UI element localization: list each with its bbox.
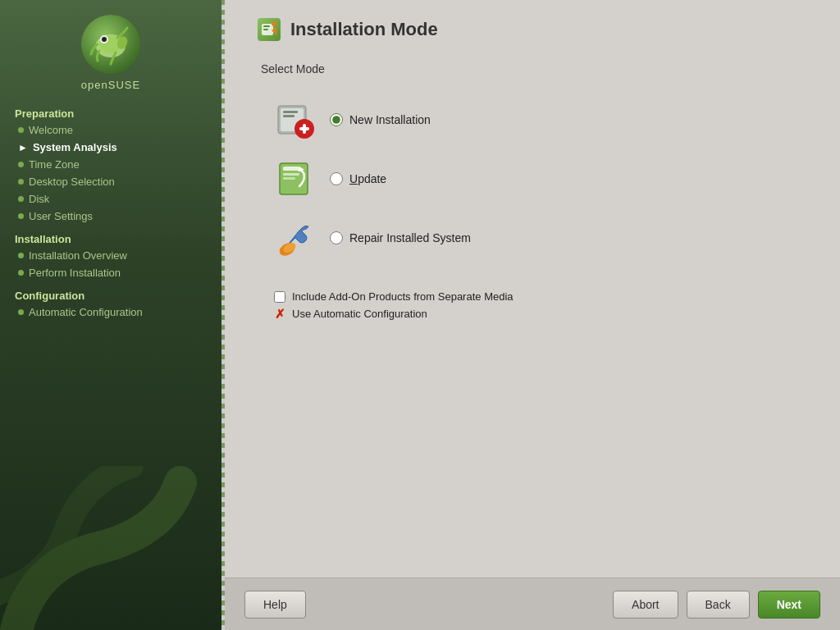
sidebar-item-label: User Settings bbox=[29, 210, 93, 222]
autoconfig-label[interactable]: Use Automatic Configuration bbox=[292, 308, 427, 320]
mode-option-update: Update bbox=[274, 149, 807, 208]
sidebar-item-user-settings[interactable]: User Settings bbox=[0, 208, 221, 225]
bottom-toolbar: Help Abort Back Next bbox=[225, 578, 840, 630]
page-icon-svg bbox=[260, 21, 278, 39]
page-title: Installation Mode bbox=[290, 19, 438, 40]
brand-label: openSUSE bbox=[81, 79, 140, 91]
sidebar-item-welcome[interactable]: Welcome bbox=[0, 121, 221, 139]
autoconfig-x-mark: ✗ bbox=[274, 308, 285, 320]
repair-icon bbox=[274, 217, 317, 259]
svg-rect-6 bbox=[263, 25, 270, 27]
svg-point-9 bbox=[272, 21, 276, 26]
back-button[interactable]: Back bbox=[687, 591, 750, 619]
sidebar-item-label: Automatic Configuration bbox=[29, 306, 143, 318]
select-mode-label: Select Mode bbox=[261, 62, 807, 75]
decorative-curl bbox=[0, 466, 221, 630]
repair-label[interactable]: Repair Installed System bbox=[330, 231, 471, 244]
update-icon-box bbox=[274, 158, 317, 200]
autoconfig-bullet bbox=[18, 309, 24, 315]
usersettings-bullet bbox=[18, 213, 24, 219]
svg-rect-20 bbox=[283, 177, 295, 180]
svg-rect-18 bbox=[283, 167, 299, 171]
sidebar-section-preparation: Preparation bbox=[0, 99, 221, 121]
sidebar-item-desktop[interactable]: Desktop Selection bbox=[0, 173, 221, 190]
sidebar-item-label: Desktop Selection bbox=[29, 176, 115, 188]
update-radio[interactable] bbox=[330, 172, 343, 185]
sidebar-item-label: System Analysis bbox=[33, 141, 117, 153]
sidebar-section-configuration: Configuration bbox=[0, 281, 221, 304]
sidebar-item-system-analysis[interactable]: ► System Analysis bbox=[0, 139, 221, 156]
disk-bullet bbox=[18, 196, 24, 202]
sidebar-item-label: Installation Overview bbox=[29, 249, 127, 262]
addon-checkbox-row: Include Add-On Products from Separate Me… bbox=[274, 290, 807, 303]
logo-icon bbox=[81, 15, 140, 74]
update-label[interactable]: Update bbox=[330, 172, 386, 185]
repair-radio[interactable] bbox=[330, 231, 343, 244]
svg-rect-13 bbox=[283, 115, 294, 117]
new-install-icon-box bbox=[274, 98, 317, 141]
addon-checkbox[interactable] bbox=[274, 291, 285, 303]
new-install-label[interactable]: New Installation bbox=[330, 113, 431, 126]
system-analysis-arrow: ► bbox=[18, 142, 28, 153]
welcome-bullet bbox=[18, 127, 24, 133]
svg-rect-12 bbox=[283, 111, 298, 113]
main-content-area: Installation Mode Select Mode bbox=[225, 0, 840, 578]
page-title-row: Installation Mode bbox=[258, 18, 807, 41]
installation-mode-icon bbox=[258, 18, 281, 41]
sidebar-item-disk[interactable]: Disk bbox=[0, 190, 221, 208]
mode-option-new-install: New Installation bbox=[274, 90, 807, 149]
sidebar: openSUSE Preparation Welcome ► System An… bbox=[0, 0, 221, 630]
svg-rect-19 bbox=[283, 173, 299, 176]
sidebar-item-label: Perform Installation bbox=[29, 267, 121, 279]
new-install-icon bbox=[275, 99, 316, 140]
mode-options-list: New Installation Upda bbox=[274, 90, 807, 267]
overview-bullet bbox=[18, 253, 24, 258]
checkboxes-area: Include Add-On Products from Separate Me… bbox=[274, 290, 807, 320]
sidebar-item-automatic-config[interactable]: Automatic Configuration bbox=[0, 304, 221, 321]
svg-rect-16 bbox=[303, 124, 306, 134]
update-text: Update bbox=[349, 172, 386, 185]
sidebar-item-installation-overview[interactable]: Installation Overview bbox=[0, 247, 221, 264]
sidebar-item-label: Time Zone bbox=[29, 158, 80, 171]
svg-rect-7 bbox=[263, 29, 268, 30]
new-install-radio[interactable] bbox=[330, 113, 343, 126]
chameleon-icon bbox=[86, 20, 135, 69]
autoconfig-checkbox-row: ✗ Use Automatic Configuration bbox=[274, 308, 807, 320]
repair-text: Repair Installed System bbox=[349, 231, 471, 244]
new-install-text: New Installation bbox=[349, 113, 431, 126]
logo-area: openSUSE bbox=[0, 0, 221, 99]
sidebar-item-label: Disk bbox=[29, 193, 49, 205]
perform-bullet bbox=[18, 270, 24, 276]
abort-button[interactable]: Abort bbox=[613, 591, 678, 619]
timezone-bullet bbox=[18, 162, 24, 167]
help-button[interactable]: Help bbox=[244, 591, 306, 619]
sidebar-section-installation: Installation bbox=[0, 225, 221, 247]
sidebar-item-label: Welcome bbox=[29, 124, 73, 136]
mode-option-repair: Repair Installed System bbox=[274, 208, 807, 267]
main-panel: Installation Mode Select Mode bbox=[225, 0, 840, 630]
desktop-bullet bbox=[18, 179, 24, 185]
update-icon bbox=[275, 158, 316, 199]
next-button[interactable]: Next bbox=[758, 591, 820, 619]
repair-icon-box bbox=[274, 217, 317, 259]
sidebar-item-perform-installation[interactable]: Perform Installation bbox=[0, 264, 221, 281]
sidebar-nav: Preparation Welcome ► System Analysis Ti… bbox=[0, 99, 221, 321]
sidebar-item-timezone[interactable]: Time Zone bbox=[0, 156, 221, 173]
svg-point-3 bbox=[102, 37, 107, 42]
addon-label[interactable]: Include Add-On Products from Separate Me… bbox=[292, 290, 514, 303]
